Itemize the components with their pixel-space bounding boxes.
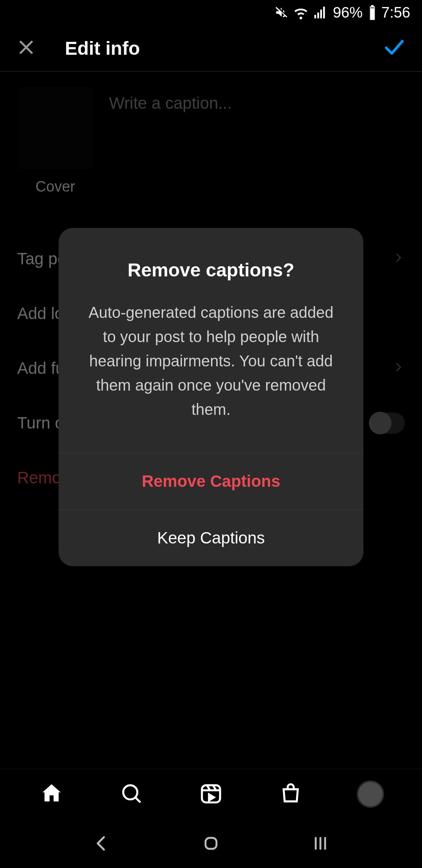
tab-home[interactable] [28,769,75,819]
svg-rect-4 [206,838,216,849]
remove-captions-dialog: Remove captions? Auto-generated captions… [59,228,363,566]
dialog-body: Auto-generated captions are added to you… [82,300,340,421]
tab-reels[interactable] [188,769,234,819]
app-tab-bar [0,769,422,819]
avatar [357,780,384,808]
keep-captions-button[interactable]: Keep Captions [59,509,363,566]
nav-recents-button[interactable] [311,834,330,853]
app-header: Edit info [0,25,422,72]
tab-search[interactable] [108,769,155,819]
status-bar: 96% 7:56 [0,0,422,25]
nav-back-button[interactable] [92,834,111,853]
svg-line-2 [135,797,140,802]
dialog-title: Remove captions? [82,259,340,281]
remove-captions-button[interactable]: Remove Captions [59,453,363,509]
svg-rect-0 [370,8,374,19]
search-icon [119,781,143,807]
page-title: Edit info [37,38,382,59]
wifi-icon [293,5,309,20]
reels-icon [199,781,223,807]
system-nav-bar [0,819,422,868]
home-icon [39,781,64,807]
signal-icon [313,5,327,20]
confirm-icon[interactable] [382,35,406,61]
battery-percent: 96% [333,4,363,21]
close-icon[interactable] [16,37,37,59]
shop-icon [279,781,303,807]
battery-icon [368,5,377,20]
tab-shop[interactable] [267,769,314,819]
svg-point-1 [123,785,137,799]
nav-home-button[interactable] [202,834,220,853]
status-time: 7:56 [381,4,410,21]
mute-icon [274,5,289,20]
status-icons [274,5,327,20]
tab-profile[interactable] [347,769,394,819]
